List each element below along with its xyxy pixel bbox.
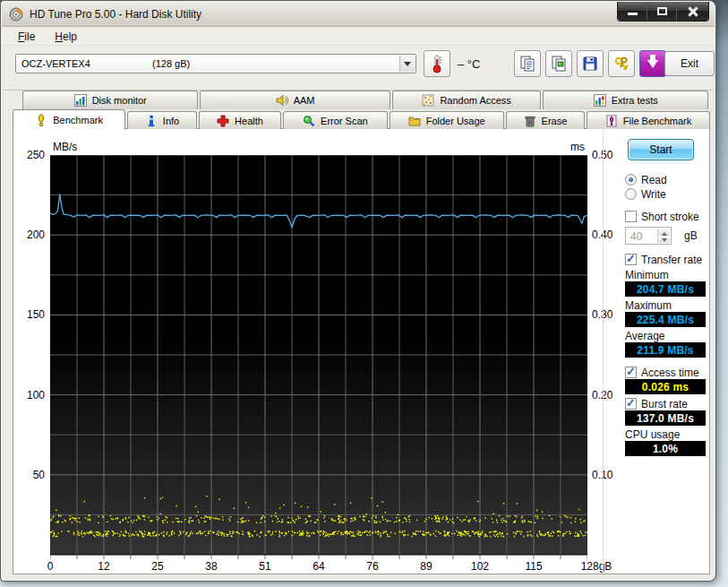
write-radio[interactable] — [625, 188, 637, 200]
speaker-icon — [276, 94, 288, 107]
menu-bar: File Help — [3, 28, 714, 46]
menu-file[interactable]: File — [10, 29, 43, 45]
title-bar[interactable]: HD Tune Pro 5.00 - Hard Disk Utility — [2, 2, 715, 27]
capacity-spinner[interactable]: 40 — [625, 227, 672, 245]
exit-button[interactable]: Exit — [664, 51, 715, 76]
x-axis-tick: 51 — [245, 560, 285, 573]
average-value: 211.9 MB/s — [625, 342, 706, 358]
drive-select[interactable]: OCZ-VERTEX4 (128 gB) — [15, 54, 416, 73]
minimize-button[interactable] — [618, 2, 647, 21]
tab-error-scan[interactable]: Error Scan — [283, 111, 388, 129]
x-axis-tick: 12 — [84, 560, 124, 573]
read-label: Read — [641, 174, 667, 186]
x-axis-tick: 64 — [299, 560, 338, 573]
left-axis-title: MB/s — [53, 141, 77, 153]
benchmark-icon — [35, 114, 47, 126]
tab-info[interactable]: Info — [127, 111, 197, 129]
tab-label: Benchmark — [53, 115, 103, 125]
tab-label: Error Scan — [321, 116, 368, 126]
divider — [625, 362, 705, 363]
tab-erase[interactable]: Erase — [506, 111, 585, 129]
burst-rate-checkbox[interactable] — [625, 398, 637, 410]
left-axis-tick: 100 — [14, 389, 45, 401]
access-time-option[interactable]: Access time — [625, 366, 710, 379]
minimize-icon — [628, 13, 638, 15]
spin-up-icon[interactable] — [658, 229, 670, 236]
tab-label: Health — [235, 116, 263, 126]
tab-label: AAM — [294, 95, 315, 106]
right-axis-title: ms — [570, 141, 585, 153]
x-axis-tick: 76 — [353, 560, 392, 573]
tab-extra-tests[interactable]: Extra tests — [543, 91, 708, 109]
start-label: Start — [649, 143, 672, 156]
exit-label: Exit — [681, 57, 698, 70]
cpu-usage-label: CPU usage — [625, 428, 710, 440]
tab-label: Random Access — [440, 95, 510, 106]
tab-disk-monitor[interactable]: Disk monitor — [22, 91, 198, 109]
temperature-readout: – °C — [458, 57, 480, 71]
file-benchmark-icon — [605, 115, 618, 127]
chevron-down-icon[interactable] — [399, 56, 415, 72]
temperature-button[interactable] — [424, 50, 450, 77]
trash-icon — [524, 115, 536, 127]
maximize-button[interactable] — [647, 2, 677, 21]
left-axis-tick: 50 — [14, 469, 45, 481]
x-axis-tick: 102 — [460, 560, 500, 573]
hd-tune-disk-icon — [9, 7, 23, 22]
read-option[interactable]: Read — [625, 173, 710, 186]
tab-benchmark[interactable]: Benchmark — [13, 109, 125, 130]
tab-folder-usage[interactable]: Folder Usage — [390, 111, 504, 129]
x-axis-tick: 38 — [192, 560, 231, 573]
burst-rate-label: Burst rate — [641, 398, 688, 410]
maximize-icon — [657, 7, 667, 15]
drive-model: OCZ-VERTEX4 — [21, 58, 90, 69]
read-radio[interactable] — [625, 174, 637, 186]
capacity-row: 40 gB — [625, 227, 710, 245]
tab-label: Folder Usage — [426, 116, 485, 126]
write-option[interactable]: Write — [625, 187, 710, 201]
spinner-arrows[interactable] — [657, 229, 670, 243]
short-stroke-checkbox[interactable] — [625, 211, 637, 222]
tab-label: Disk monitor — [92, 95, 147, 106]
folder-icon — [408, 115, 421, 127]
tab-health[interactable]: Health — [199, 111, 281, 129]
transfer-rate-checkbox[interactable] — [625, 254, 637, 265]
burst-rate-option[interactable]: Burst rate — [625, 397, 710, 410]
tab-random-access[interactable]: Random Access — [392, 91, 542, 109]
keys-button[interactable] — [608, 50, 635, 77]
minimum-label: Minimum — [625, 269, 710, 281]
short-stroke-label: Short stroke — [641, 211, 699, 223]
copy-text-button[interactable] — [514, 50, 541, 77]
copy-text-icon — [518, 55, 536, 73]
x-axis-tick: 89 — [407, 560, 446, 573]
health-icon — [217, 115, 229, 127]
copy-image-button[interactable] — [545, 50, 572, 77]
close-button[interactable] — [677, 2, 708, 21]
thermometer-icon — [429, 54, 445, 73]
extra-tests-icon — [594, 94, 606, 107]
download-arrow-icon — [647, 60, 658, 73]
transfer-rate-label: Transfer rate — [641, 254, 702, 266]
start-button[interactable]: Start — [628, 139, 694, 160]
access-time-checkbox[interactable] — [625, 367, 637, 378]
tab-strip-secondary: Disk monitor AAM Random Access — [22, 91, 708, 109]
write-label: Write — [641, 188, 666, 201]
x-axis-tick: 115 — [514, 560, 553, 573]
tab-label: Info — [163, 116, 179, 126]
spin-down-icon[interactable] — [658, 236, 670, 243]
left-axis-tick: 250 — [14, 149, 45, 161]
transfer-rate-option[interactable]: Transfer rate — [625, 253, 710, 266]
update-button[interactable] — [639, 50, 666, 77]
short-stroke-option[interactable]: Short stroke — [625, 210, 710, 223]
info-icon — [145, 115, 158, 127]
x-axis-tick: 25 — [138, 560, 177, 573]
tab-aam[interactable]: AAM — [200, 91, 390, 109]
access-time-label: Access time — [641, 367, 699, 379]
tab-file-benchmark[interactable]: File Benchmark — [587, 111, 710, 129]
temperature-unit: °C — [467, 57, 481, 71]
menu-help[interactable]: Help — [47, 29, 85, 45]
tab-label: File Benchmark — [623, 116, 691, 126]
disk-monitor-icon — [74, 94, 87, 107]
capacity-value: 40 — [630, 230, 642, 243]
save-button[interactable] — [577, 50, 604, 77]
